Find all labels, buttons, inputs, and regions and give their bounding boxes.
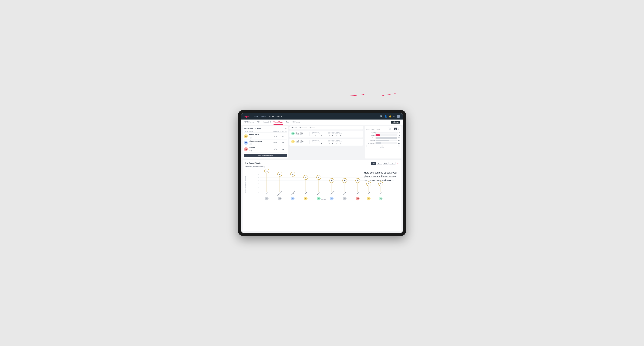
bar-label-birdies: Birdies bbox=[366, 135, 375, 136]
card-name-rees-britt: Rees Britt bbox=[296, 132, 302, 134]
streaks-header: Best Round Streaks ← OTT APP ARG PUTT ← bbox=[245, 162, 399, 165]
bell-icon[interactable]: 🔔 bbox=[389, 115, 392, 118]
add-team-button[interactable]: Add Team bbox=[390, 121, 400, 124]
nav-home[interactable]: Home bbox=[254, 115, 258, 118]
user-icon[interactable]: 👤 bbox=[384, 115, 387, 118]
y-axis-title: Best Streak, Fairway Accuracy bbox=[245, 176, 246, 193]
legend-rounds: ● Rounds bbox=[291, 127, 297, 129]
bar-row-bogeys: Bogeys 311 bbox=[366, 140, 400, 141]
annotation-text: Here you can see streaks your players ha… bbox=[364, 171, 399, 182]
show-label: Show bbox=[366, 128, 370, 130]
bar-fill-birdies bbox=[376, 134, 380, 136]
col-pb-score: PB SCORE bbox=[271, 130, 280, 132]
avatar-cameron: CM bbox=[244, 147, 248, 151]
filter-buttons: OTT APP ARG PUTT ← bbox=[371, 162, 399, 165]
avatar-josh-coles: JC bbox=[291, 140, 295, 143]
card-stats-josh-coles: Total Rounds Tournament 7 Practice bbox=[312, 140, 342, 144]
nav-my-performance[interactable]: My Performance bbox=[269, 115, 282, 118]
player-score-rb: 19/20 bbox=[271, 135, 280, 137]
tab-pga[interactable]: PGA bbox=[257, 120, 260, 125]
stat-sub-label-practice: Practice bbox=[320, 133, 324, 135]
view-icons: ⊞ ≡ ▦ ◫ bbox=[388, 128, 400, 130]
bar-track-eagles bbox=[376, 132, 398, 134]
chart-view-icon[interactable]: ▦ bbox=[394, 128, 397, 130]
card-player-josh-coles: JC Josh Coles 26 Aug 2023 bbox=[291, 140, 307, 143]
svg-text:3x: 3x bbox=[380, 183, 382, 185]
svg-text:BM: BM bbox=[279, 198, 281, 199]
badge-silver-2: ◆ 2 bbox=[249, 143, 252, 145]
stat-sub-pa: OTT 0 APP 0 ARG bbox=[328, 133, 342, 136]
stats-cards: ● Rounds ● Tournament ● Practice RB Rees… bbox=[290, 126, 363, 159]
svg-text:CQ: CQ bbox=[380, 198, 382, 199]
stat-sub-rounds-jc: Tournament 7 Practice 2 bbox=[312, 141, 324, 144]
player-score-cm: 17/20 bbox=[271, 148, 280, 150]
filter-btn-ott[interactable]: OTT bbox=[371, 162, 376, 165]
bar-row-dbogeys: D. Bogeys + 131 bbox=[366, 142, 400, 144]
show-select[interactable]: Last 3 months bbox=[371, 128, 381, 130]
bar-track-dbogeys bbox=[376, 142, 397, 144]
filter-btn-app[interactable]: APP bbox=[377, 162, 382, 165]
bar-label-pars: Pars bbox=[366, 137, 375, 139]
svg-text:4x: 4x bbox=[331, 180, 332, 181]
tab-pgat-players[interactable]: PGAT Players bbox=[244, 120, 254, 125]
tab-all-players[interactable]: All Players bbox=[292, 120, 300, 125]
svg-text:4: 4 bbox=[258, 180, 259, 181]
leaderboard-panel: Team Clippd | 14 Players ✏ PLAYER NAME P… bbox=[242, 126, 288, 159]
svg-text:7x: 7x bbox=[266, 170, 268, 172]
avatar-edward-crossman: EC bbox=[244, 141, 248, 145]
nav-icons: 🔍 👤 🔔 ⚙ U bbox=[380, 115, 400, 118]
card-stats-rees-britt: Total Rounds Tournament 8 Practice bbox=[312, 132, 342, 136]
list-view-icon[interactable]: ≡ bbox=[391, 128, 394, 130]
nav-links: Home Teams My Performance bbox=[254, 115, 380, 118]
bar-value-eagles: 3 bbox=[399, 132, 400, 133]
svg-text:JC: JC bbox=[305, 198, 306, 199]
chart-panel: Show Last 3 months ⊞ ≡ ▦ ◫ bbox=[365, 126, 402, 159]
svg-text:B. McHerg: B. McHerg bbox=[277, 191, 282, 196]
stats-card-rees-britt: RB Rees Britt 02 Sep 2023 Total Rounds bbox=[290, 131, 363, 138]
svg-text:6x: 6x bbox=[279, 173, 280, 175]
avatar-rees-britt: RB bbox=[291, 132, 295, 135]
view-leaderboard-button[interactable]: View Full Leaderboard bbox=[244, 154, 287, 157]
table-view-icon[interactable]: ◫ bbox=[397, 128, 400, 130]
svg-text:3: 3 bbox=[258, 183, 259, 185]
bar-track-birdies bbox=[376, 134, 398, 136]
card-date-rees-britt: 02 Sep 2023 bbox=[296, 134, 302, 135]
edit-icon[interactable]: ✏ bbox=[285, 128, 287, 129]
streaks-subtitle: Off The Tee, Fairway Accuracy bbox=[245, 166, 399, 168]
player-info-edward-crossman: Edward Crossman ◆ 2 bbox=[249, 140, 271, 145]
svg-text:4x: 4x bbox=[357, 180, 358, 181]
svg-text:E. Ebert: E. Ebert bbox=[264, 191, 268, 196]
grid-view-icon[interactable]: ⊞ bbox=[388, 128, 390, 130]
x-axis-title: Players bbox=[248, 198, 399, 200]
x-label-200: 200 bbox=[382, 145, 384, 147]
bar-track-pars bbox=[376, 137, 397, 139]
card-player-rees-britt: RB Rees Britt 02 Sep 2023 bbox=[291, 132, 307, 135]
top-section: Team Clippd | 14 Players ✏ PLAYER NAME P… bbox=[242, 126, 402, 159]
chart-x-axis: 0 200 400 bbox=[366, 145, 400, 147]
avatar-icon[interactable]: U bbox=[397, 115, 400, 118]
svg-text:R. Britt: R. Britt bbox=[316, 192, 320, 195]
svg-text:6: 6 bbox=[258, 173, 259, 175]
svg-text:J. Coles: J. Coles bbox=[303, 191, 308, 196]
app-logo: clippd bbox=[244, 115, 250, 118]
svg-text:1: 1 bbox=[258, 190, 259, 191]
tab-tour[interactable]: Tour bbox=[286, 120, 289, 125]
nav-teams[interactable]: Teams bbox=[261, 115, 266, 118]
x-label-400: 400 bbox=[398, 145, 400, 147]
settings-icon[interactable]: ⚙ bbox=[393, 115, 395, 118]
filter-btn-arg[interactable]: ARG bbox=[383, 162, 389, 165]
tab-team-clippd[interactable]: Team Clippd bbox=[274, 120, 283, 125]
badge-bronze-3: ▲ 3 bbox=[249, 150, 252, 152]
svg-text:5x: 5x bbox=[305, 177, 306, 178]
player-avg-rb: 110 bbox=[280, 135, 287, 137]
player-row-2: EC Edward Crossman ◆ 2 18/20 107 bbox=[244, 140, 287, 146]
chart-x-title: Total Shots bbox=[366, 147, 400, 149]
tab-hcaps[interactable]: Hcaps 1-5 bbox=[263, 120, 270, 125]
filter-btn-putt[interactable]: PUTT bbox=[389, 162, 396, 165]
bar-value-pars: 499 bbox=[398, 137, 400, 139]
svg-text:7: 7 bbox=[258, 170, 259, 172]
search-icon[interactable]: 🔍 bbox=[380, 115, 383, 118]
bar-fill-bogeys bbox=[376, 140, 389, 141]
svg-text:RB: RB bbox=[368, 198, 370, 199]
filter-arrow: ← bbox=[397, 162, 399, 165]
